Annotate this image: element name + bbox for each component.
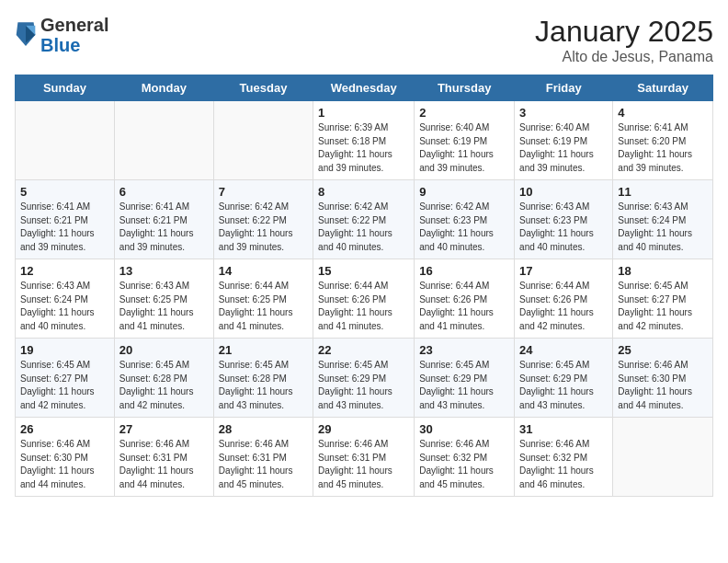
day-info: Sunrise: 6:45 AMSunset: 6:29 PMDaylight:… [519, 359, 608, 412]
day-info: Sunrise: 6:40 AMSunset: 6:19 PMDaylight:… [419, 121, 509, 175]
day-info: Sunrise: 6:41 AMSunset: 6:20 PMDaylight:… [618, 121, 708, 175]
calendar-cell: 14Sunrise: 6:44 AMSunset: 6:25 PMDayligh… [213, 259, 313, 339]
day-number: 24 [519, 343, 608, 357]
day-number: 20 [119, 343, 209, 357]
day-info: Sunrise: 6:46 AMSunset: 6:30 PMDaylight:… [20, 438, 109, 491]
logo-general-text: General [40, 15, 108, 35]
logo-text: General Blue [40, 15, 108, 55]
day-of-week-header: Friday [515, 75, 613, 101]
day-info: Sunrise: 6:46 AMSunset: 6:32 PMDaylight:… [519, 438, 608, 491]
day-number: 15 [318, 264, 409, 278]
calendar-cell: 25Sunrise: 6:46 AMSunset: 6:30 PMDayligh… [613, 339, 713, 418]
day-number: 22 [318, 343, 409, 357]
day-of-week-header: Thursday [415, 75, 515, 101]
calendar-subtitle: Alto de Jesus, Panama [535, 49, 713, 65]
day-number: 11 [618, 185, 708, 199]
calendar-cell: 24Sunrise: 6:45 AMSunset: 6:29 PMDayligh… [515, 339, 613, 418]
calendar-cell: 20Sunrise: 6:45 AMSunset: 6:28 PMDayligh… [114, 339, 213, 418]
calendar-cell: 21Sunrise: 6:45 AMSunset: 6:28 PMDayligh… [213, 339, 313, 418]
day-of-week-header: Saturday [613, 75, 713, 101]
day-info: Sunrise: 6:45 AMSunset: 6:29 PMDaylight:… [318, 359, 409, 412]
calendar-cell: 1Sunrise: 6:39 AMSunset: 6:18 PMDaylight… [313, 101, 415, 180]
calendar-cell: 28Sunrise: 6:46 AMSunset: 6:31 PMDayligh… [213, 418, 313, 497]
day-number: 23 [419, 343, 509, 357]
logo-blue-text: Blue [40, 35, 108, 55]
calendar-table: SundayMondayTuesdayWednesdayThursdayFrid… [15, 75, 713, 497]
calendar-week-row: 26Sunrise: 6:46 AMSunset: 6:30 PMDayligh… [16, 418, 713, 497]
calendar-cell: 9Sunrise: 6:42 AMSunset: 6:23 PMDaylight… [415, 180, 515, 259]
calendar-cell [613, 418, 713, 497]
day-number: 8 [318, 185, 409, 199]
day-info: Sunrise: 6:45 AMSunset: 6:28 PMDaylight:… [219, 359, 308, 412]
day-number: 30 [419, 422, 509, 436]
calendar-week-row: 12Sunrise: 6:43 AMSunset: 6:24 PMDayligh… [16, 259, 713, 339]
day-info: Sunrise: 6:40 AMSunset: 6:19 PMDaylight:… [519, 121, 608, 175]
day-info: Sunrise: 6:42 AMSunset: 6:22 PMDaylight:… [219, 201, 308, 254]
calendar-cell: 31Sunrise: 6:46 AMSunset: 6:32 PMDayligh… [515, 418, 613, 497]
page-header: General Blue January 2025 Alto de Jesus,… [15, 15, 713, 65]
day-info: Sunrise: 6:44 AMSunset: 6:26 PMDaylight:… [519, 280, 608, 333]
day-of-week-header: Sunday [16, 75, 115, 101]
calendar-title: January 2025 [535, 15, 713, 49]
day-number: 16 [419, 264, 509, 278]
day-of-week-header: Monday [114, 75, 213, 101]
calendar-cell: 7Sunrise: 6:42 AMSunset: 6:22 PMDaylight… [213, 180, 313, 259]
day-info: Sunrise: 6:45 AMSunset: 6:29 PMDaylight:… [419, 359, 509, 412]
calendar-cell: 4Sunrise: 6:41 AMSunset: 6:20 PMDaylight… [613, 101, 713, 180]
day-info: Sunrise: 6:44 AMSunset: 6:25 PMDaylight:… [219, 280, 308, 333]
calendar-cell: 3Sunrise: 6:40 AMSunset: 6:19 PMDaylight… [515, 101, 613, 180]
day-number: 18 [618, 264, 708, 278]
day-number: 12 [20, 264, 109, 278]
day-number: 17 [519, 264, 608, 278]
logo: General Blue [15, 15, 108, 55]
calendar-cell: 27Sunrise: 6:46 AMSunset: 6:31 PMDayligh… [114, 418, 213, 497]
day-info: Sunrise: 6:41 AMSunset: 6:21 PMDaylight:… [119, 201, 209, 254]
calendar-cell: 8Sunrise: 6:42 AMSunset: 6:22 PMDaylight… [313, 180, 415, 259]
day-number: 9 [419, 185, 509, 199]
day-number: 21 [219, 343, 308, 357]
day-info: Sunrise: 6:46 AMSunset: 6:30 PMDaylight:… [618, 359, 708, 412]
day-info: Sunrise: 6:43 AMSunset: 6:25 PMDaylight:… [119, 280, 209, 333]
day-info: Sunrise: 6:44 AMSunset: 6:26 PMDaylight:… [318, 280, 409, 333]
calendar-cell: 5Sunrise: 6:41 AMSunset: 6:21 PMDaylight… [16, 180, 115, 259]
day-info: Sunrise: 6:45 AMSunset: 6:27 PMDaylight:… [618, 280, 708, 333]
calendar-body: 1Sunrise: 6:39 AMSunset: 6:18 PMDaylight… [16, 101, 713, 497]
day-number: 7 [219, 185, 308, 199]
calendar-cell: 12Sunrise: 6:43 AMSunset: 6:24 PMDayligh… [16, 259, 115, 339]
calendar-cell: 18Sunrise: 6:45 AMSunset: 6:27 PMDayligh… [613, 259, 713, 339]
day-of-week-header: Tuesday [213, 75, 313, 101]
day-number: 14 [219, 264, 308, 278]
logo-icon [15, 20, 37, 50]
calendar-header: SundayMondayTuesdayWednesdayThursdayFrid… [16, 75, 713, 101]
calendar-cell: 17Sunrise: 6:44 AMSunset: 6:26 PMDayligh… [515, 259, 613, 339]
day-info: Sunrise: 6:44 AMSunset: 6:26 PMDaylight:… [419, 280, 509, 333]
calendar-cell: 26Sunrise: 6:46 AMSunset: 6:30 PMDayligh… [16, 418, 115, 497]
calendar-cell: 6Sunrise: 6:41 AMSunset: 6:21 PMDaylight… [114, 180, 213, 259]
day-info: Sunrise: 6:42 AMSunset: 6:23 PMDaylight:… [419, 201, 509, 254]
day-number: 19 [20, 343, 109, 357]
day-number: 1 [318, 106, 409, 120]
calendar-week-row: 5Sunrise: 6:41 AMSunset: 6:21 PMDaylight… [16, 180, 713, 259]
day-info: Sunrise: 6:43 AMSunset: 6:24 PMDaylight:… [618, 201, 708, 254]
day-info: Sunrise: 6:46 AMSunset: 6:31 PMDaylight:… [119, 438, 209, 491]
day-number: 4 [618, 106, 708, 120]
day-info: Sunrise: 6:43 AMSunset: 6:23 PMDaylight:… [519, 201, 608, 254]
day-info: Sunrise: 6:45 AMSunset: 6:28 PMDaylight:… [119, 359, 209, 412]
day-info: Sunrise: 6:41 AMSunset: 6:21 PMDaylight:… [20, 201, 109, 254]
calendar-cell: 22Sunrise: 6:45 AMSunset: 6:29 PMDayligh… [313, 339, 415, 418]
day-info: Sunrise: 6:42 AMSunset: 6:22 PMDaylight:… [318, 201, 409, 254]
calendar-cell: 29Sunrise: 6:46 AMSunset: 6:31 PMDayligh… [313, 418, 415, 497]
day-number: 3 [519, 106, 608, 120]
calendar-cell: 19Sunrise: 6:45 AMSunset: 6:27 PMDayligh… [16, 339, 115, 418]
calendar-cell: 23Sunrise: 6:45 AMSunset: 6:29 PMDayligh… [415, 339, 515, 418]
calendar-cell: 16Sunrise: 6:44 AMSunset: 6:26 PMDayligh… [415, 259, 515, 339]
calendar-cell [16, 101, 115, 180]
day-number: 31 [519, 422, 608, 436]
day-number: 27 [119, 422, 209, 436]
day-number: 6 [119, 185, 209, 199]
day-of-week-header: Wednesday [313, 75, 415, 101]
title-block: January 2025 Alto de Jesus, Panama [535, 15, 713, 65]
day-info: Sunrise: 6:46 AMSunset: 6:32 PMDaylight:… [419, 438, 509, 491]
day-number: 25 [618, 343, 708, 357]
calendar-cell: 15Sunrise: 6:44 AMSunset: 6:26 PMDayligh… [313, 259, 415, 339]
